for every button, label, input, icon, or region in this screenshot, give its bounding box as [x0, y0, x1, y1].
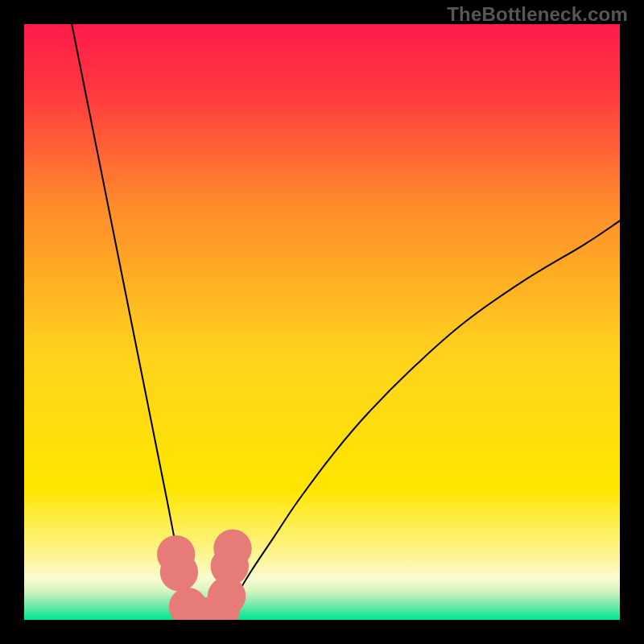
marker-point	[213, 530, 251, 568]
chart-svg	[24, 24, 620, 620]
marker-point	[160, 553, 198, 591]
chart-frame: TheBottleneck.com	[0, 0, 644, 644]
watermark-text: TheBottleneck.com	[447, 3, 628, 26]
plot-area	[24, 24, 620, 620]
plot-background	[24, 24, 620, 620]
